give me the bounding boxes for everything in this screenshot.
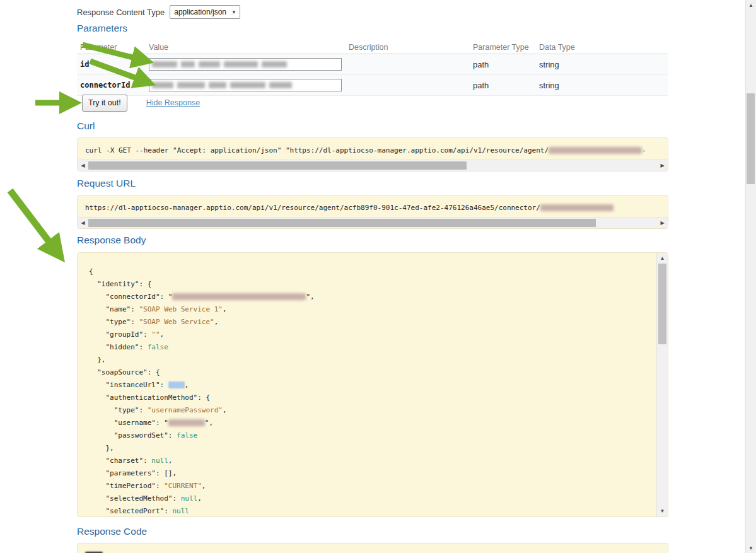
try-it-out-button[interactable]: Try it out! bbox=[82, 95, 127, 112]
request-url-heading: Request URL bbox=[77, 178, 136, 189]
actions-row: Try it out! Hide Response bbox=[82, 94, 200, 112]
table-row: idpathstring bbox=[77, 54, 668, 75]
code-text: "groupId": bbox=[89, 330, 151, 339]
json-line: "identity": { bbox=[89, 278, 649, 291]
page-scrollbar-thumb[interactable] bbox=[747, 93, 755, 184]
parameter-value-cell bbox=[146, 58, 346, 71]
response-content-type-row: Response Content Type application/json ▼ bbox=[77, 5, 240, 19]
code-text: "instanceUrl": bbox=[89, 381, 168, 389]
code-text: "type": bbox=[89, 406, 148, 414]
code-text: ", bbox=[306, 293, 314, 301]
scroll-up-arrow-icon[interactable]: ▲ bbox=[657, 253, 668, 264]
column-header-data-type: Data Type bbox=[536, 43, 668, 52]
request-url-box: https://dl-apptiocso-manager.apptio.com/… bbox=[77, 195, 668, 229]
response-body-vertical-scrollbar[interactable]: ▲ ▼ bbox=[656, 253, 668, 516]
scroll-up-arrow-icon[interactable]: ▲ bbox=[746, 0, 756, 10]
redacted-value bbox=[540, 204, 614, 211]
curl-heading: Curl bbox=[77, 120, 95, 132]
code-text: { bbox=[89, 267, 93, 276]
curl-scrollbar-thumb[interactable] bbox=[88, 161, 467, 170]
json-line: "selectedMethod": null, bbox=[89, 492, 649, 505]
parameter-data-type: string bbox=[536, 60, 668, 69]
literal-token: false bbox=[148, 343, 168, 351]
code-text: , bbox=[214, 318, 219, 326]
code-text: https://dl-apptiocso-manager.apptio.com/… bbox=[85, 204, 540, 212]
content-type-select[interactable]: application/json ▼ bbox=[170, 5, 240, 19]
curl-box: curl -X GET --header "Accept: applicatio… bbox=[77, 137, 668, 172]
json-line: { bbox=[89, 265, 649, 278]
json-line: "authenticationMethod": { bbox=[89, 392, 649, 404]
code-text: "type": bbox=[89, 318, 139, 326]
parameters-heading: Parameters bbox=[77, 23, 127, 34]
redacted-value bbox=[181, 61, 195, 67]
code-text: "selectedPort": bbox=[89, 507, 172, 515]
scroll-down-arrow-icon[interactable]: ▼ bbox=[657, 506, 668, 516]
literal-token: null bbox=[151, 457, 168, 465]
parameter-type: path bbox=[470, 81, 536, 90]
code-text: "parameters": [], bbox=[89, 469, 177, 477]
redacted-value bbox=[168, 381, 185, 388]
response-body-box: { "identity": { "connectorId": "", "name… bbox=[77, 252, 668, 517]
json-line: "hidden": false bbox=[89, 341, 649, 354]
redacted-value bbox=[230, 82, 265, 88]
json-line: "type": "usernamePassword", bbox=[89, 404, 649, 417]
json-line: }, bbox=[89, 442, 649, 455]
page-vertical-scrollbar[interactable]: ▲ ▼ bbox=[745, 0, 756, 553]
redacted-value bbox=[224, 61, 258, 67]
code-text: "identity": { bbox=[89, 280, 151, 288]
request-url-horizontal-scrollbar[interactable]: ◀ ▶ bbox=[78, 217, 668, 228]
request-url-scrollbar-thumb[interactable] bbox=[88, 219, 596, 227]
redacted-value bbox=[177, 82, 205, 88]
arrow-to-response-body bbox=[10, 190, 52, 246]
scroll-right-arrow-icon[interactable]: ▶ bbox=[657, 160, 668, 171]
parameters-table-body: idpathstringconnectorIdpathstring bbox=[77, 54, 668, 96]
scroll-down-arrow-icon[interactable]: ▼ bbox=[746, 543, 756, 553]
redacted-value bbox=[172, 293, 306, 300]
curl-command: curl -X GET --header "Accept: applicatio… bbox=[78, 138, 668, 157]
chevron-down-icon: ▼ bbox=[231, 9, 236, 15]
hide-response-link[interactable]: Hide Response bbox=[146, 98, 200, 107]
scroll-right-arrow-icon[interactable]: ▶ bbox=[657, 218, 668, 228]
connectorId-value-input[interactable] bbox=[149, 79, 342, 91]
json-line: "instanceUrl": , bbox=[89, 379, 649, 392]
code-text: , bbox=[223, 305, 227, 313]
json-line: "type": "SOAP Web Service", bbox=[89, 316, 649, 329]
redacted-value bbox=[199, 61, 220, 67]
code-text: "username": " bbox=[89, 419, 168, 427]
json-line: "username": "", bbox=[89, 417, 649, 429]
code-text: , bbox=[202, 482, 206, 490]
content-type-value: application/json bbox=[174, 8, 226, 16]
code-text: "passwordSet": bbox=[89, 431, 177, 439]
string-token: "" bbox=[151, 330, 160, 339]
string-token: "usernamePassword" bbox=[148, 406, 223, 414]
code-text: "name": bbox=[89, 305, 139, 313]
response-code-heading: Response Code bbox=[77, 526, 147, 537]
code-text: }, bbox=[89, 444, 114, 452]
code-text: }, bbox=[89, 356, 106, 364]
code-text: "soapSource": { bbox=[89, 368, 160, 376]
json-line: }, bbox=[89, 354, 649, 366]
parameter-name: connectorId bbox=[77, 81, 146, 90]
request-url-value: https://dl-apptiocso-manager.apptio.com/… bbox=[78, 195, 668, 214]
code-text: , bbox=[223, 406, 227, 414]
id-value-input[interactable] bbox=[149, 58, 342, 71]
code-text: , bbox=[168, 457, 173, 465]
response-body-json: { "identity": { "connectorId": "", "name… bbox=[78, 253, 668, 517]
code-text: , bbox=[160, 330, 165, 339]
redacted-value bbox=[549, 147, 642, 154]
scroll-left-arrow-icon[interactable]: ◀ bbox=[78, 160, 88, 171]
response-body-scrollbar-thumb[interactable] bbox=[658, 264, 666, 344]
scroll-left-arrow-icon[interactable]: ◀ bbox=[78, 218, 88, 228]
curl-horizontal-scrollbar[interactable]: ◀ ▶ bbox=[78, 160, 668, 171]
literal-token: null bbox=[172, 507, 189, 515]
table-row: connectorIdpathstring bbox=[77, 75, 668, 96]
json-line: "timePeriod": "CURRENT", bbox=[89, 480, 649, 492]
response-body-heading: Response Body bbox=[77, 235, 146, 246]
redacted-value bbox=[269, 82, 292, 88]
redacted-value bbox=[152, 61, 177, 67]
code-text: "selectedMethod": bbox=[89, 494, 181, 503]
literal-token: false bbox=[177, 431, 197, 439]
parameter-type: path bbox=[470, 60, 536, 69]
json-line: "selectedPort": null bbox=[89, 505, 649, 517]
parameter-name: id bbox=[77, 60, 146, 69]
